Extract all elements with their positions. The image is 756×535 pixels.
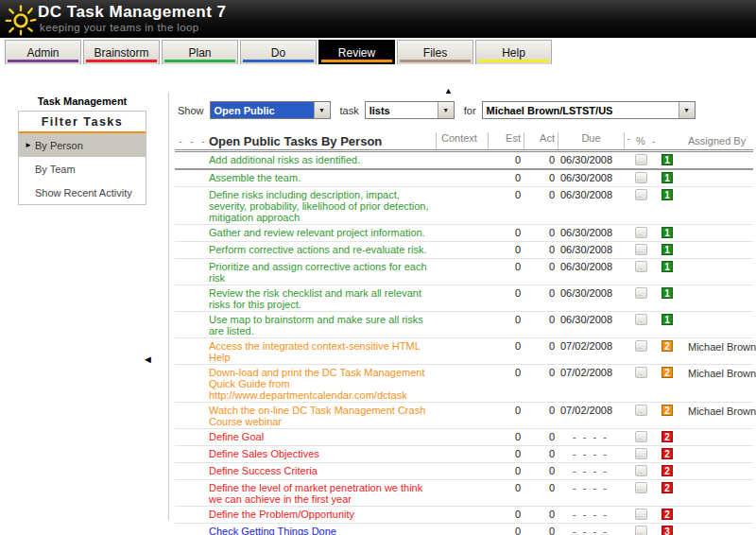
percent-button[interactable] [635,509,647,520]
task-due: 06/30/2008 [558,314,624,325]
task-due: 06/30/2008 [558,154,624,165]
task-link[interactable]: Gather and review relevant project infor… [209,227,425,238]
task-link[interactable]: Perform corrective actions and re-evalua… [209,244,426,255]
task-link[interactable]: Define Sales Objectives [209,448,319,459]
task-link[interactable]: Assemble the team. [209,172,301,183]
task-assigned-by: Michael Brown [677,367,756,379]
task-link[interactable]: Review the risk checklist and mark all r… [209,287,436,310]
task-link[interactable]: Define the level of market penetration w… [209,482,436,505]
tab-label: Do [271,46,285,60]
tab-do[interactable]: Do [240,40,317,64]
tab-bar: AdminBrainstormPlanDoReviewFilesHelp [5,40,552,64]
task-est: 0 [488,189,524,200]
task-est: 0 [488,482,524,493]
percent-button[interactable] [635,431,647,442]
tab-plan[interactable]: Plan [162,40,238,64]
tab-help[interactable]: Help [475,40,552,64]
task-act: 0 [524,287,558,299]
task-link[interactable]: Add additional risks as identified. [209,154,360,165]
percent-button[interactable] [635,465,647,476]
table-row: Watch the on-line DC Task Management Cra… [175,403,753,429]
task-link[interactable]: Define Goal [209,431,264,442]
task-link[interactable]: Use map to brainstorm and make sure all … [209,314,436,337]
percent-button[interactable] [635,405,647,416]
task-link[interactable]: Prioritize and assign corrective actions… [209,261,436,284]
task-est: 0 [488,367,524,378]
task-link[interactable]: Down-load and print the DC Task Manageme… [209,367,436,401]
table-title: Open Public Tasks By Person [209,134,436,148]
task-est: 0 [488,154,524,165]
for-select[interactable]: Michael Brown/LSTST/US ▼ [482,101,696,119]
task-link[interactable]: Watch the on-line DC Task Management Cra… [209,405,436,427]
task-act: 0 [524,227,558,238]
task-assigned-by [677,465,753,466]
table-row: Use map to brainstorm and make sure all … [175,312,753,338]
percent-button[interactable] [635,189,647,200]
priority-badge: 3 [662,526,673,535]
task-assigned-by [677,314,753,315]
table-row: Define the Problem/Opportunity 0 0 - - -… [175,507,753,524]
percent-button[interactable] [635,172,647,183]
task-link[interactable]: Define Success Criteria [209,465,318,476]
percent-button[interactable] [635,340,647,352]
percent-button[interactable] [635,261,647,272]
task-assigned-by [677,227,753,228]
sidebar-item-by-team[interactable]: By Team [19,157,146,181]
task-due: - - - - [558,448,624,459]
tab-label: Admin [26,46,59,60]
task-assigned-by [677,154,753,155]
sidebar-item-label: By Person [35,140,83,151]
sidebar-collapse-icon[interactable]: ◄ [143,354,153,365]
tab-review[interactable]: Review [318,40,395,64]
tasks-table: - - - Open Public Tasks By Person Contex… [175,132,753,535]
task-select[interactable]: lists ▼ [365,101,455,119]
priority-badge: 2 [662,405,673,416]
percent-button[interactable] [635,227,647,238]
task-assigned-by [677,244,753,245]
show-select[interactable]: Open Public ▼ [210,101,331,119]
sidebar-item-show-recent-activity[interactable]: Show Recent Activity [19,181,146,204]
task-act: 0 [524,405,558,416]
task-assigned-by [677,189,753,190]
percent-button[interactable] [635,287,647,299]
task-act: 0 [524,431,558,442]
percent-button[interactable] [635,154,647,165]
task-link[interactable]: Define risks including description, impa… [209,189,436,223]
percent-button[interactable] [635,367,647,378]
task-due: 06/30/2008 [558,189,624,200]
tab-files[interactable]: Files [397,40,473,64]
sidebar-item-by-person[interactable]: ► By Person [19,133,146,157]
dropdown-arrow-icon: ▼ [679,102,695,118]
priority-badge: 2 [662,448,673,459]
task-act: 0 [524,172,558,183]
task-act: 0 [524,189,558,200]
task-est: 0 [488,448,524,459]
percent-button[interactable] [635,482,647,493]
task-act: 0 [524,314,558,325]
filter-collapse-icon[interactable]: ▲ [444,87,453,95]
filter-bar: Show Open Public ▼ task lists ▼ for Mich… [178,101,705,119]
task-act: 0 [524,244,558,255]
tab-brainstorm[interactable]: Brainstorm [83,40,160,64]
table-row: Perform corrective actions and re-evalua… [175,242,753,259]
priority-badge: 1 [662,154,673,165]
task-link[interactable]: Define the Problem/Opportunity [209,509,354,520]
task-assigned-by: Michael Brown [677,340,756,353]
percent-button[interactable] [635,526,647,535]
priority-badge: 2 [662,509,673,520]
percent-button[interactable] [635,448,647,459]
table-row: Add additional risks as identified. 0 0 … [175,152,753,170]
column-handle-dash: - [624,132,632,149]
tab-label: Help [502,46,525,60]
tab-admin[interactable]: Admin [5,40,81,64]
task-act: 0 [524,261,558,272]
task-link[interactable]: Access the integrated context-sensitive … [209,340,436,363]
percent-button[interactable] [635,244,647,255]
task-due: - - - - [558,526,624,535]
task-link[interactable]: Check Getting Things Done [209,526,336,535]
percent-button[interactable] [635,314,647,325]
priority-badge: 1 [662,261,673,272]
task-act: 0 [524,154,558,165]
task-act: 0 [524,482,558,493]
table-row: Define Goal 0 0 - - - - 2 [175,429,753,446]
